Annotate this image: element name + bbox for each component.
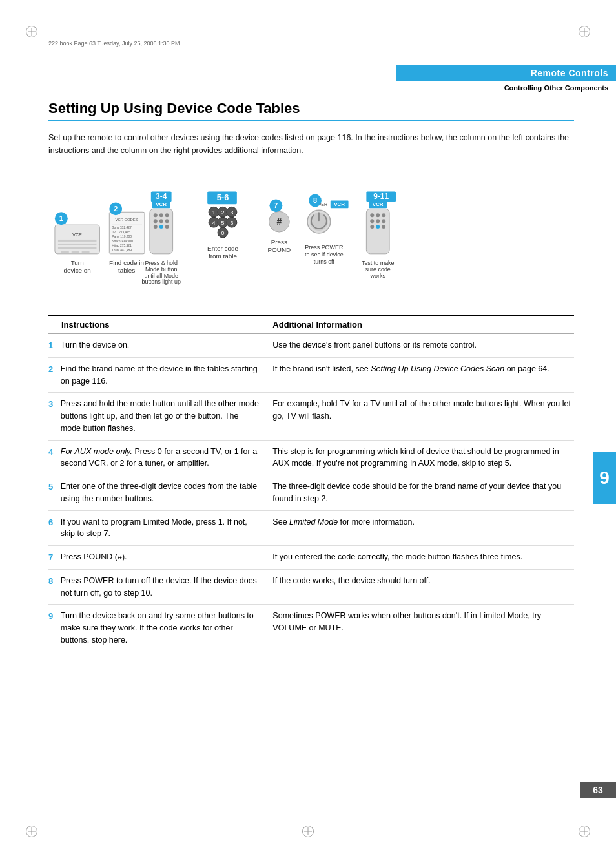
additional-cell: See Limited Mode for more information. <box>272 510 574 546</box>
step-num: 3 <box>48 398 60 411</box>
corner-mark-tl <box>26 26 37 37</box>
table-row: 2Find the brand name of the device in th… <box>48 357 574 393</box>
svg-text:Sharp 334,500: Sharp 334,500 <box>112 240 133 243</box>
step-num: 5 <box>48 481 60 494</box>
svg-text:device on: device on <box>63 267 90 274</box>
svg-text:Find code in: Find code in <box>109 259 144 266</box>
file-info: 222.book Page 63 Tuesday, July 25, 2006 … <box>48 40 180 47</box>
svg-text:Press & hold: Press & hold <box>145 260 178 266</box>
additional-cell: This step is for programming which kind … <box>272 440 574 475</box>
step-number-cell: 3 <box>48 393 61 440</box>
svg-text:8: 8 <box>313 196 317 204</box>
svg-rect-3 <box>58 244 97 245</box>
step-number-cell: 1 <box>48 334 61 358</box>
svg-text:VCR: VCR <box>156 202 167 207</box>
svg-text:Turn: Turn <box>71 259 84 266</box>
svg-text:5: 5 <box>221 220 225 226</box>
intro-text: Set up the remote to control other devic… <box>48 131 574 157</box>
header-title: Remote Controls <box>531 68 608 78</box>
svg-point-30 <box>165 213 169 217</box>
svg-rect-2 <box>58 240 97 242</box>
additional-cell: The three-digit device code should be fo… <box>272 475 574 511</box>
instruction-cell: Find the brand name of the device in the… <box>61 357 273 393</box>
section-title: Setting Up Using Device Code Tables <box>48 100 574 121</box>
svg-text:6: 6 <box>230 220 233 226</box>
step-number-cell: 6 <box>48 510 61 546</box>
svg-text:until all Mode: until all Mode <box>144 273 178 279</box>
table-row: 5Enter one of the three-digit device cod… <box>48 475 574 511</box>
corner-mark-bl <box>26 826 37 837</box>
svg-text:buttons light up: buttons light up <box>141 278 181 285</box>
col-header-additional: Additional Information <box>272 315 574 334</box>
svg-text:JVC   213,445: JVC 213,445 <box>112 231 130 234</box>
additional-cell: Sometimes POWER works when other buttons… <box>272 605 574 652</box>
col-header-instructions: Instructions <box>48 315 272 334</box>
svg-point-82 <box>382 213 385 217</box>
svg-text:Pana  119,200: Pana 119,200 <box>112 235 132 238</box>
step-number-cell: 4 <box>48 440 61 475</box>
step-number-cell: 7 <box>48 546 61 570</box>
svg-point-86 <box>370 225 374 229</box>
svg-text:4: 4 <box>212 220 216 226</box>
svg-rect-14 <box>112 224 142 224</box>
chapter-number: 9 <box>599 468 610 488</box>
table-row: 3Press and hold the mode button until al… <box>48 393 574 440</box>
page-number: 63 <box>593 785 603 795</box>
svg-text:VCR: VCR <box>334 202 345 207</box>
table-row: 8Press POWER to turn off the device. If … <box>48 569 574 605</box>
bottom-center-mark <box>302 826 314 837</box>
svg-text:Toshi 447,389: Toshi 447,389 <box>112 249 132 252</box>
step-number-cell: 5 <box>48 475 61 511</box>
svg-text:turns off: turns off <box>314 258 335 265</box>
instruction-cell: Press POUND (#). <box>61 546 273 570</box>
svg-text:2: 2 <box>221 209 225 216</box>
svg-text:2: 2 <box>114 205 118 213</box>
svg-text:7: 7 <box>274 202 278 209</box>
svg-text:tables: tables <box>118 267 135 274</box>
step-num: 9 <box>48 610 60 623</box>
svg-text:Test to make: Test to make <box>362 260 395 266</box>
step-num: 2 <box>48 363 60 376</box>
steps-diagram: VCR 1 Turn device on VCR CODES Sony 332,… <box>48 173 574 299</box>
italic-text: For AUX mode only. <box>61 447 132 456</box>
svg-text:3: 3 <box>230 209 233 216</box>
svg-text:VCR: VCR <box>72 233 82 237</box>
svg-point-31 <box>154 219 158 223</box>
additional-cell: Use the device's front panel buttons or … <box>272 334 574 358</box>
svg-point-84 <box>376 219 380 223</box>
step-number-cell: 9 <box>48 605 61 652</box>
instruction-cell: Enter one of the three-digit device code… <box>61 475 273 511</box>
svg-text:VCR: VCR <box>373 202 384 207</box>
header-band: Remote Controls <box>396 65 616 81</box>
svg-point-29 <box>159 213 163 217</box>
additional-cell: For example, hold TV for a TV until all … <box>272 393 574 440</box>
instruction-cell: Turn the device on. <box>61 334 273 358</box>
svg-point-33 <box>165 219 169 223</box>
svg-point-28 <box>154 213 158 217</box>
svg-text:3-4: 3-4 <box>156 192 167 201</box>
instructions-table: Instructions Additional Information 1Tur… <box>48 315 574 652</box>
table-row: 1Turn the device on.Use the device's fro… <box>48 334 574 358</box>
svg-point-85 <box>382 219 385 223</box>
step-num: 6 <box>48 516 60 529</box>
corner-mark-br <box>579 826 590 837</box>
svg-rect-6 <box>72 251 79 253</box>
svg-rect-4 <box>58 247 97 249</box>
step-num: 7 <box>48 551 60 564</box>
svg-text:1: 1 <box>59 214 63 222</box>
svg-point-83 <box>370 219 374 223</box>
svg-text:to see if device: to see if device <box>305 251 344 258</box>
svg-text:5-6: 5-6 <box>217 192 229 202</box>
main-content: Setting Up Using Device Code Tables Set … <box>48 100 574 652</box>
instruction-cell: Turn the device back on and try some oth… <box>61 605 273 652</box>
svg-text:#: # <box>277 216 282 227</box>
additional-cell: If the brand isn't listed, see Setting U… <box>272 357 574 393</box>
svg-text:Enter code: Enter code <box>207 245 238 252</box>
step-num: 8 <box>48 575 60 588</box>
page-number-box: 63 <box>580 782 616 798</box>
svg-text:Mode button: Mode button <box>145 266 178 273</box>
svg-text:Hitac 275,321: Hitac 275,321 <box>112 244 132 247</box>
step-num: 4 <box>48 446 60 459</box>
svg-text:VCR    CODES: VCR CODES <box>115 218 138 222</box>
step-number-cell: 8 <box>48 569 61 605</box>
